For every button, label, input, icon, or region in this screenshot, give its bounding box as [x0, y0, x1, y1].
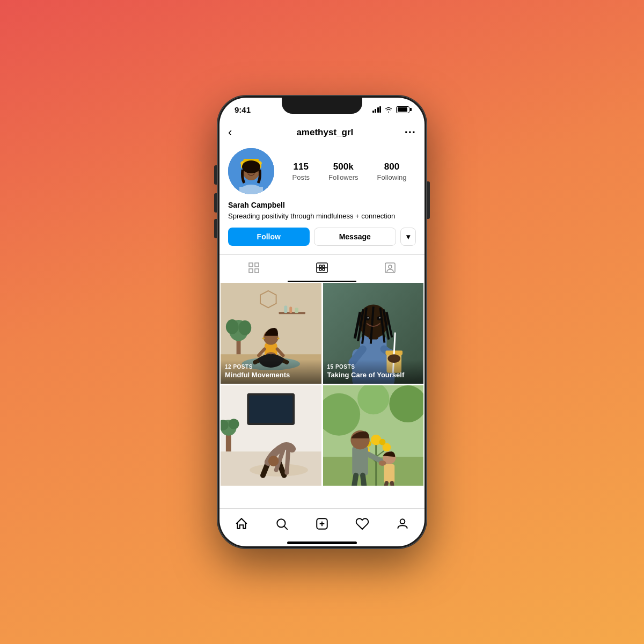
svg-line-102 [284, 526, 288, 529]
profile-row: 115 Posts 500k Followers 800 Following [228, 148, 416, 194]
status-bar: 9:41 [219, 98, 425, 121]
followers-label: Followers [328, 173, 358, 181]
avatar [228, 148, 274, 194]
add-icon [315, 517, 329, 531]
posts-grid: 12 POSTS Mindful Movements [219, 282, 425, 508]
svg-rect-13 [255, 269, 259, 273]
svg-line-94 [354, 475, 356, 486]
stat-posts[interactable]: 115 Posts [292, 162, 310, 181]
svg-point-106 [400, 519, 405, 524]
garden-figure [323, 385, 424, 486]
reel-title-1: Mindful Movements [225, 371, 317, 379]
svg-point-39 [262, 338, 265, 340]
profile-stats: 115 Posts 500k Followers 800 Following [283, 162, 416, 181]
nav-add[interactable] [302, 513, 342, 535]
tagged-tab-icon [384, 261, 397, 274]
following-label: Following [377, 173, 407, 181]
nav-home[interactable] [222, 513, 262, 535]
svg-point-7 [253, 170, 256, 173]
bottom-nav [219, 508, 425, 538]
follow-button[interactable]: Follow [228, 228, 310, 246]
home-bar [287, 541, 357, 544]
battery-fill [398, 107, 407, 112]
tab-tagged[interactable] [356, 255, 425, 282]
search-icon [275, 517, 289, 531]
heart-icon [355, 517, 369, 531]
app-header: ‹ amethyst_grl ··· [219, 121, 425, 144]
svg-point-31 [226, 319, 239, 334]
dropdown-button[interactable]: ▾ [400, 228, 416, 246]
nav-search[interactable] [262, 513, 302, 535]
svg-point-63 [379, 317, 380, 319]
svg-rect-91 [352, 446, 368, 475]
posts-count: 115 [294, 162, 309, 172]
svg-rect-15 [319, 265, 321, 267]
svg-line-95 [363, 475, 364, 486]
svg-rect-27 [289, 307, 292, 313]
svg-rect-28 [295, 308, 298, 313]
phone-frame: 9:41 ‹ amethyst_grl ··· [217, 96, 427, 548]
svg-line-99 [392, 482, 393, 486]
tab-reels[interactable] [288, 255, 356, 282]
svg-point-62 [367, 317, 369, 319]
stat-following[interactable]: 800 Following [377, 162, 407, 181]
wifi-icon [384, 106, 393, 113]
profile-username-header: amethyst_grl [296, 127, 353, 138]
home-icon [235, 517, 248, 531]
post-garden[interactable] [323, 385, 424, 486]
reel-overlay-1: 12 POSTS Mindful Movements [221, 360, 321, 384]
svg-rect-17 [319, 268, 321, 270]
svg-rect-16 [323, 265, 325, 267]
status-time: 9:41 [235, 105, 251, 114]
svg-rect-25 [279, 312, 305, 314]
grid-row-1: 12 POSTS Mindful Movements [221, 283, 423, 384]
nav-likes[interactable] [342, 513, 382, 535]
profile-bio: Spreading positivity through mindfulness… [228, 211, 416, 221]
reel-title-2: Taking Care of Yourself [327, 371, 420, 379]
svg-rect-67 [249, 395, 292, 422]
svg-rect-82 [323, 457, 424, 486]
chevron-down-icon: ▾ [406, 232, 410, 241]
post-mindful-movements[interactable]: 12 POSTS Mindful Movements [221, 283, 321, 384]
svg-rect-10 [249, 263, 253, 267]
svg-point-77 [268, 456, 279, 466]
svg-line-76 [287, 448, 288, 472]
profile-name: Sarah Campbell [228, 201, 416, 209]
back-button[interactable]: ‹ [228, 126, 245, 140]
svg-point-90 [379, 438, 385, 445]
tabs-row [219, 254, 425, 282]
post-yoga-pose[interactable] [221, 385, 321, 486]
reel-overlay-2: 15 POSTS Taking Care of Yourself [323, 360, 424, 384]
followers-count: 500k [333, 162, 354, 172]
action-buttons: Follow Message ▾ [228, 228, 416, 246]
post-taking-care[interactable]: 15 POSTS Taking Care of Yourself [323, 283, 424, 384]
svg-point-21 [389, 265, 392, 268]
avatar-container[interactable] [228, 148, 274, 194]
message-button[interactable]: Message [314, 228, 397, 246]
following-count: 800 [384, 162, 399, 172]
posts-label: Posts [292, 173, 310, 181]
svg-rect-12 [249, 269, 253, 273]
svg-point-40 [277, 338, 280, 340]
reel-posts-count-2: 15 POSTS [327, 364, 420, 370]
svg-rect-26 [284, 306, 287, 313]
tab-grid[interactable] [219, 255, 288, 282]
svg-point-100 [378, 460, 386, 466]
svg-line-98 [384, 482, 386, 486]
profile-section: 115 Posts 500k Followers 800 Following S… [219, 144, 425, 254]
reels-tab-icon [316, 261, 328, 274]
stat-followers[interactable]: 500k Followers [328, 162, 358, 181]
more-options-button[interactable]: ··· [405, 126, 416, 140]
svg-rect-18 [323, 268, 325, 270]
reel-posts-count-1: 12 POSTS [225, 364, 317, 370]
nav-profile[interactable] [382, 513, 422, 535]
svg-rect-11 [255, 263, 259, 267]
avatar-illustration [228, 148, 274, 194]
pose-figure [221, 385, 321, 486]
svg-point-71 [229, 419, 239, 429]
svg-point-5 [242, 160, 260, 173]
svg-point-6 [247, 170, 250, 173]
svg-point-32 [239, 320, 252, 335]
signal-icon [372, 106, 382, 113]
grid-row-2 [221, 385, 423, 486]
